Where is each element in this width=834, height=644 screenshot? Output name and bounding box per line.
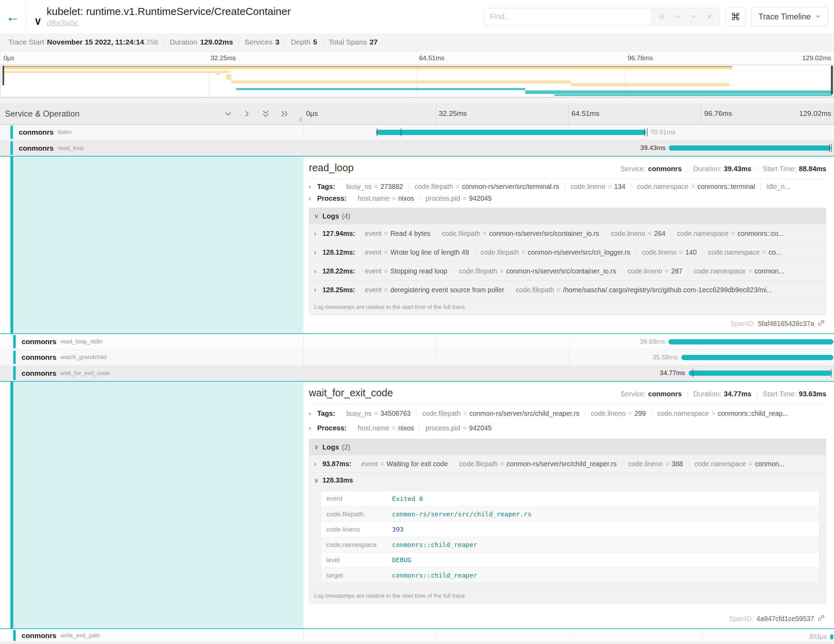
span-bar[interactable] bbox=[689, 371, 832, 376]
expand-one-icon[interactable] bbox=[243, 110, 251, 118]
tags-row[interactable]: › Tags: busy_ns=273882 code.filepath=con… bbox=[309, 181, 826, 193]
tags-row[interactable]: › Tags: busy_ns=34506763 code.filepath=c… bbox=[309, 406, 826, 421]
logs-header[interactable]: ∨ Logs (4) bbox=[309, 208, 826, 224]
span-bar-cell[interactable]: 35.58ms bbox=[303, 350, 834, 365]
process-row[interactable]: › Process: host.name=nixos process.pid=9… bbox=[309, 193, 826, 205]
minimap-drag-handle-right[interactable] bbox=[831, 66, 833, 94]
tag-chip: code.namespace=conmonrs::child_reap... bbox=[651, 409, 794, 417]
twisty-icon: ∨ bbox=[314, 212, 322, 220]
service-accent-bar bbox=[13, 351, 16, 364]
twisty-icon: › bbox=[314, 249, 322, 256]
span-row-write-exit-path: conmonrs write_exit_path 303μs bbox=[0, 629, 834, 642]
header-tick: 64.51ms bbox=[571, 109, 600, 118]
span-detail-content: read_loop Service:conmonrs Duration:39.4… bbox=[303, 157, 834, 333]
collapse-all-icon[interactable] bbox=[262, 110, 270, 118]
trace-minimap[interactable] bbox=[0, 65, 834, 97]
span-bar[interactable] bbox=[830, 634, 833, 639]
process-row[interactable]: › Process: host.name=nixos process.pid=9… bbox=[309, 421, 826, 435]
process-chip: host.name=nixos bbox=[352, 424, 420, 432]
stat-label: Services bbox=[244, 38, 273, 46]
span-detail-wait-for-exit-code: wait_for_exit_code Service:conmonrs Dura… bbox=[0, 381, 834, 629]
column-resizer[interactable] bbox=[299, 117, 302, 122]
span-bar[interactable] bbox=[668, 339, 833, 345]
log-marker bbox=[401, 128, 401, 136]
span-bar-cell[interactable]: 39.69ms bbox=[303, 334, 834, 350]
page-title: kubelet: runtime.v1.RuntimeService/Creat… bbox=[47, 5, 291, 18]
log-marker bbox=[645, 128, 645, 136]
log-entry-expanded[interactable]: ∨ 128.33ms bbox=[309, 472, 826, 488]
minimap-span-band bbox=[525, 91, 832, 94]
log-timestamp: 127.94ms: bbox=[322, 230, 355, 238]
span-bar[interactable] bbox=[669, 146, 831, 150]
logs-count: (2) bbox=[342, 443, 350, 451]
span-bar-cell[interactable]: 70.91ms bbox=[303, 125, 834, 140]
trace-summary-bar: Trace Start November 15 2022, 11:24:14 .… bbox=[0, 33, 834, 51]
top-bar-actions: ⌘ Trace Timeline bbox=[484, 7, 828, 26]
service-operation-header: Service & Operation bbox=[5, 109, 80, 119]
log-entry[interactable]: › 128.22ms: event=Stopping read loop cod… bbox=[309, 262, 826, 280]
span-name-cell[interactable]: conmonrs read_loop_stdin bbox=[0, 334, 303, 350]
find-group bbox=[484, 8, 720, 25]
stat-value: 129.02ms bbox=[200, 38, 233, 46]
service-name: conmonrs bbox=[19, 144, 53, 152]
focus-target-icon[interactable] bbox=[658, 13, 665, 21]
stat-depth: Depth 5 bbox=[285, 38, 323, 46]
span-name-cell[interactable]: conmonrs write_exit_path bbox=[0, 629, 303, 642]
meta-value: conmonrs bbox=[648, 390, 682, 398]
span-tree-gutter bbox=[0, 382, 303, 628]
back-button[interactable]: ← bbox=[0, 0, 26, 33]
log-entry[interactable]: › 128.25ms: event=deregistering event so… bbox=[309, 280, 826, 299]
span-name-cell[interactable]: conmonrs read_loop bbox=[0, 140, 303, 156]
link-icon[interactable] bbox=[817, 614, 825, 623]
stat-value: 5 bbox=[313, 38, 317, 46]
span-name-cell[interactable]: conmonrs listen bbox=[0, 125, 303, 140]
logs-header[interactable]: ∨ Logs (2) bbox=[309, 439, 826, 455]
span-bar[interactable] bbox=[681, 355, 834, 360]
trace-view-selector[interactable]: Trace Timeline bbox=[751, 7, 828, 26]
table-row: eventExited 0 bbox=[321, 491, 819, 506]
gridline bbox=[569, 103, 569, 124]
span-row-listen: conmonrs listen 70.91ms bbox=[0, 125, 834, 140]
minimap-drag-handle-left[interactable] bbox=[2, 66, 4, 85]
span-name-cell[interactable]: conmonrs wait_for_exit_code bbox=[0, 365, 303, 381]
logs-section: ∨ Logs (4) › 127.94ms: event=Read 4 byte… bbox=[309, 208, 826, 315]
find-input[interactable] bbox=[484, 8, 651, 25]
next-result-icon[interactable] bbox=[690, 13, 697, 21]
logs-section: ∨ Logs (2) › 93.87ms: event=Waiting for … bbox=[309, 439, 826, 604]
service-name: conmonrs bbox=[21, 369, 57, 377]
log-entry[interactable]: › 128.12ms: event=Wrote log line of leng… bbox=[309, 243, 826, 262]
link-icon[interactable] bbox=[817, 319, 825, 328]
minimap-span-band bbox=[4, 71, 231, 73]
log-field: event=Read 4 bytes bbox=[359, 230, 436, 238]
span-bar-cell[interactable]: 303μs bbox=[303, 629, 834, 642]
twisty-icon: › bbox=[309, 195, 317, 202]
header-tick: 0μs bbox=[306, 109, 318, 118]
operation-name: write_exit_path bbox=[60, 632, 100, 639]
header-tick: 32.25ms bbox=[439, 109, 467, 118]
detail-header: read_loop Service:conmonrs Duration:39.4… bbox=[309, 162, 826, 174]
span-name-cell[interactable]: conmonrs watch_grandchild bbox=[0, 350, 303, 365]
twisty-icon: ∨ bbox=[314, 477, 322, 484]
service-name: conmonrs bbox=[21, 353, 57, 361]
log-entry[interactable]: › 127.94ms: event=Read 4 bytes code.file… bbox=[309, 224, 826, 243]
log-entry[interactable]: › 93.87ms: event=Waiting for exit code c… bbox=[309, 455, 826, 472]
collapse-one-icon[interactable] bbox=[224, 110, 232, 118]
log-marker bbox=[831, 144, 832, 152]
process-label: Process: bbox=[317, 194, 347, 202]
minimap-span-band bbox=[231, 80, 571, 84]
detail-header: wait_for_exit_code Service:conmonrs Dura… bbox=[309, 387, 826, 399]
tag-chip: code.lineno=299 bbox=[585, 409, 651, 417]
clear-search-icon[interactable] bbox=[706, 13, 713, 21]
next-row-peek bbox=[0, 642, 834, 644]
span-bar[interactable] bbox=[376, 130, 646, 135]
expand-all-icon[interactable] bbox=[280, 110, 289, 118]
keyboard-shortcuts-button[interactable]: ⌘ bbox=[726, 7, 746, 26]
logs-label: Logs bbox=[322, 443, 339, 451]
span-bar-cell[interactable]: 39.43ms bbox=[303, 140, 834, 156]
chevron-down-icon[interactable]: ∨ bbox=[34, 16, 42, 26]
stat-label: Total Spans bbox=[329, 38, 367, 46]
span-bar-cell[interactable]: 34.77ms bbox=[303, 365, 834, 381]
prev-result-icon[interactable] bbox=[674, 13, 681, 21]
twisty-icon: › bbox=[314, 267, 322, 275]
stat-duration: Duration 129.02ms bbox=[164, 38, 239, 46]
